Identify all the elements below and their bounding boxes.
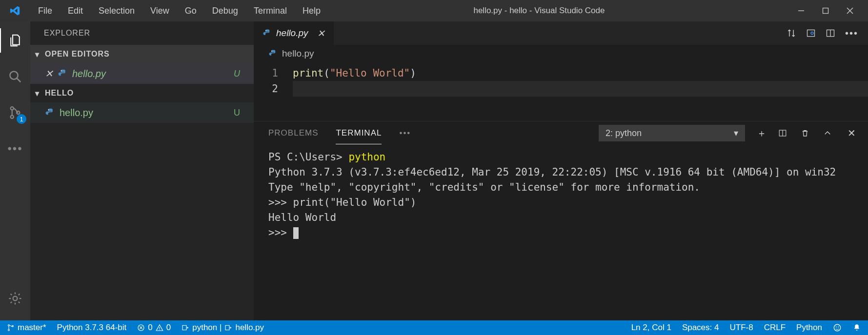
- python-file-icon: [262, 29, 271, 38]
- status-cursor-pos[interactable]: Ln 2, Col 1: [631, 323, 671, 333]
- breadcrumb[interactable]: hello.py: [254, 45, 868, 62]
- menu-go[interactable]: Go: [177, 3, 204, 19]
- menu-file[interactable]: File: [30, 3, 60, 19]
- status-feedback-icon[interactable]: [833, 323, 842, 332]
- close-icon[interactable]: ✕: [45, 68, 53, 79]
- split-editor-icon[interactable]: [826, 28, 835, 38]
- new-terminal-icon[interactable]: ＋: [756, 127, 767, 140]
- activity-scm[interactable]: 1: [0, 100, 30, 125]
- more-actions-icon[interactable]: •••: [845, 28, 858, 39]
- search-icon: [8, 69, 22, 84]
- svg-point-9: [13, 296, 18, 301]
- kill-terminal-icon[interactable]: [801, 128, 812, 138]
- status-encoding[interactable]: UTF-8: [729, 323, 753, 333]
- activity-more[interactable]: •••: [0, 137, 30, 161]
- panel-actions: 2: python ▾ ＋ ✕: [599, 125, 868, 141]
- editor-tab[interactable]: hello.py ✕: [254, 21, 334, 45]
- close-panel-icon[interactable]: ✕: [846, 127, 857, 139]
- untracked-badge: U: [234, 69, 240, 79]
- status-branch[interactable]: master*: [7, 323, 46, 333]
- editor-tabs: hello.py ✕ •••: [254, 21, 868, 45]
- terminal-cursor: [293, 227, 299, 239]
- menu-bar: File Edit Selection View Go Debug Termin…: [30, 3, 328, 19]
- status-bar: master* Python 3.7.3 64-bit 0 0 python |…: [0, 320, 868, 335]
- code-editor[interactable]: 1 2 print("Hello World"): [254, 62, 868, 121]
- maximize-panel-icon[interactable]: [823, 129, 835, 138]
- svg-point-12: [265, 30, 266, 31]
- gear-icon: [8, 291, 22, 306]
- svg-point-31: [836, 327, 837, 328]
- close-button[interactable]: [838, 0, 862, 21]
- chevron-down-icon: ▾: [734, 128, 738, 138]
- status-python-env[interactable]: Python 3.7.3 64-bit: [57, 323, 127, 333]
- status-branch-label: master*: [18, 323, 46, 333]
- panel-tab-problems[interactable]: PROBLEMS: [268, 122, 318, 144]
- svg-point-27: [159, 329, 160, 330]
- activity-explorer[interactable]: [0, 28, 30, 53]
- svg-point-14: [811, 32, 813, 35]
- terminal-line: >>> print("Hello World"): [268, 197, 416, 208]
- error-icon: [137, 324, 145, 332]
- svg-point-10: [61, 70, 62, 71]
- svg-point-20: [8, 325, 10, 326]
- open-editor-item[interactable]: ✕ hello.py U: [30, 63, 254, 84]
- menu-help[interactable]: Help: [295, 3, 328, 19]
- vscode-logo-icon: [10, 5, 20, 16]
- menu-debug[interactable]: Debug: [204, 3, 246, 19]
- svg-point-6: [11, 107, 14, 110]
- folder-file-item[interactable]: hello.py U: [30, 102, 254, 123]
- editor-actions: •••: [787, 21, 868, 45]
- activity-settings[interactable]: [0, 286, 30, 311]
- open-editors-header[interactable]: ▾ OPEN EDITORS: [30, 45, 254, 63]
- editor-group: hello.py ✕ ••• hello.py 1 2 print("Hello: [254, 21, 868, 320]
- compare-changes-icon[interactable]: [787, 28, 796, 38]
- status-eol[interactable]: CRLF: [764, 323, 786, 333]
- code-content[interactable]: print("Hello World"): [293, 65, 868, 121]
- svg-point-11: [48, 109, 49, 110]
- untracked-badge: U: [234, 108, 240, 118]
- menu-selection[interactable]: Selection: [91, 3, 142, 19]
- title-bar: File Edit Selection View Go Debug Termin…: [0, 0, 868, 21]
- terminal-line: Python 3.7.3 (v3.7.3:ef4ec6ed12, Mar 25 …: [268, 166, 836, 178]
- panel-tab-terminal[interactable]: TERMINAL: [336, 122, 382, 144]
- status-warning-count: 0: [166, 323, 171, 333]
- menu-view[interactable]: View: [142, 3, 177, 19]
- status-notifications-icon[interactable]: [852, 323, 861, 332]
- folder-header[interactable]: ▾ HELLO: [30, 84, 254, 102]
- bottom-panel: PROBLEMS TERMINAL ••• 2: python ▾ ＋ ✕ PS…: [254, 121, 868, 320]
- panel-tab-more[interactable]: •••: [399, 122, 411, 144]
- terminal-selector-label: 2: python: [606, 128, 642, 138]
- status-run[interactable]: python | hello.py: [182, 323, 264, 333]
- tab-close-icon[interactable]: ✕: [317, 28, 325, 39]
- status-indent[interactable]: Spaces: 4: [682, 323, 719, 333]
- svg-rect-1: [823, 8, 828, 14]
- ellipsis-icon: •••: [7, 142, 22, 156]
- open-changes-icon[interactable]: [806, 28, 816, 38]
- python-file-icon: [58, 69, 67, 79]
- activity-search[interactable]: [0, 64, 30, 89]
- terminal-selector[interactable]: 2: python ▾: [599, 125, 745, 141]
- split-terminal-icon[interactable]: [778, 129, 790, 138]
- window-controls: [789, 0, 862, 21]
- terminal-line: Type "help", "copyright", "credits" or "…: [268, 181, 700, 193]
- minimize-button[interactable]: [789, 0, 813, 21]
- svg-point-32: [838, 327, 839, 328]
- menu-edit[interactable]: Edit: [60, 3, 91, 19]
- terminal-line: Hello World: [268, 212, 336, 223]
- svg-line-5: [17, 79, 21, 82]
- status-problems[interactable]: 0 0: [137, 323, 171, 333]
- line-gutter: 1 2: [254, 65, 293, 121]
- open-editors-label: OPEN EDITORS: [45, 50, 110, 59]
- folder-filename: hello.py: [60, 107, 93, 118]
- svg-rect-28: [182, 325, 186, 330]
- smiley-icon: [833, 323, 842, 332]
- terminal-content[interactable]: PS C:\Users> python Python 3.7.3 (v3.7.3…: [254, 145, 868, 320]
- maximize-button[interactable]: [813, 0, 838, 21]
- line-number: 1: [254, 65, 278, 81]
- warning-icon: [156, 324, 163, 332]
- line-number: 2: [254, 81, 278, 97]
- terminal-line: >>>: [268, 227, 299, 238]
- status-language[interactable]: Python: [796, 323, 822, 333]
- breadcrumb-label: hello.py: [282, 48, 314, 59]
- menu-terminal[interactable]: Terminal: [246, 3, 295, 19]
